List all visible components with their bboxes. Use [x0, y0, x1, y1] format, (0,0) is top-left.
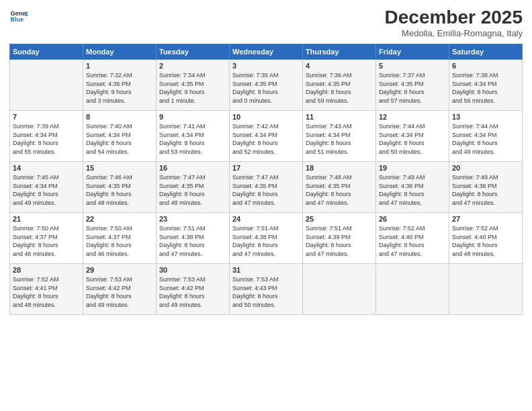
col-header-tuesday: Tuesday [157, 44, 230, 60]
day-number: 5 [379, 62, 446, 70]
cell-details: Sunrise: 7:52 AMSunset: 4:41 PMDaylight:… [13, 275, 80, 309]
cell-details: Sunrise: 7:40 AMSunset: 4:34 PMDaylight:… [86, 122, 153, 156]
calendar-cell: 1Sunrise: 7:32 AMSunset: 4:36 PMDaylight… [83, 60, 157, 111]
calendar-cell: 23Sunrise: 7:51 AMSunset: 4:38 PMDayligh… [157, 213, 230, 264]
calendar-cell: 14Sunrise: 7:45 AMSunset: 4:34 PMDayligh… [10, 162, 83, 213]
cell-details: Sunrise: 7:32 AMSunset: 4:36 PMDaylight:… [86, 71, 153, 105]
calendar-cell: 12Sunrise: 7:44 AMSunset: 4:34 PMDayligh… [376, 111, 449, 162]
cell-details: Sunrise: 7:39 AMSunset: 4:34 PMDaylight:… [13, 122, 80, 156]
day-number: 10 [232, 113, 300, 121]
calendar-cell: 8Sunrise: 7:40 AMSunset: 4:34 PMDaylight… [83, 111, 157, 162]
cell-details: Sunrise: 7:53 AMSunset: 4:42 PMDaylight:… [86, 275, 153, 309]
week-row-4: 28Sunrise: 7:52 AMSunset: 4:41 PMDayligh… [10, 264, 523, 315]
calendar-cell: 27Sunrise: 7:52 AMSunset: 4:40 PMDayligh… [449, 213, 523, 264]
cell-details: Sunrise: 7:44 AMSunset: 4:34 PMDaylight:… [379, 122, 446, 156]
cell-details: Sunrise: 7:42 AMSunset: 4:34 PMDaylight:… [232, 122, 300, 156]
calendar-cell [449, 264, 523, 315]
cell-details: Sunrise: 7:36 AMSunset: 4:35 PMDaylight:… [306, 71, 373, 105]
week-row-1: 7Sunrise: 7:39 AMSunset: 4:34 PMDaylight… [10, 111, 523, 162]
logo-icon: General Blue [9, 7, 28, 26]
cell-details: Sunrise: 7:53 AMSunset: 4:43 PMDaylight:… [232, 275, 300, 309]
calendar-cell: 26Sunrise: 7:52 AMSunset: 4:40 PMDayligh… [376, 213, 449, 264]
day-number: 15 [86, 164, 153, 172]
logo: General Blue [9, 7, 28, 26]
header: General Blue December 2025 Medolla, Emil… [9, 7, 523, 38]
day-number: 2 [159, 62, 226, 70]
calendar-cell: 9Sunrise: 7:41 AMSunset: 4:34 PMDaylight… [157, 111, 230, 162]
day-number: 8 [86, 113, 153, 121]
cell-details: Sunrise: 7:47 AMSunset: 4:35 PMDaylight:… [232, 173, 300, 207]
calendar-cell: 15Sunrise: 7:46 AMSunset: 4:35 PMDayligh… [83, 162, 157, 213]
calendar-cell: 30Sunrise: 7:53 AMSunset: 4:42 PMDayligh… [157, 264, 230, 315]
subtitle: Medolla, Emilia-Romagna, Italy [385, 28, 523, 38]
calendar-cell: 19Sunrise: 7:49 AMSunset: 4:36 PMDayligh… [376, 162, 449, 213]
col-header-monday: Monday [83, 44, 157, 60]
title-block: December 2025 Medolla, Emilia-Romagna, I… [385, 7, 523, 38]
month-title: December 2025 [385, 7, 523, 28]
calendar-cell: 10Sunrise: 7:42 AMSunset: 4:34 PMDayligh… [230, 111, 303, 162]
week-row-2: 14Sunrise: 7:45 AMSunset: 4:34 PMDayligh… [10, 162, 523, 213]
calendar-cell [303, 264, 376, 315]
day-number: 20 [452, 164, 519, 172]
day-number: 4 [306, 62, 373, 70]
calendar-cell: 18Sunrise: 7:48 AMSunset: 4:35 PMDayligh… [303, 162, 376, 213]
cell-details: Sunrise: 7:44 AMSunset: 4:34 PMDaylight:… [452, 122, 519, 156]
day-number: 6 [452, 62, 519, 70]
day-number: 9 [159, 113, 226, 121]
day-number: 22 [86, 215, 153, 223]
cell-details: Sunrise: 7:53 AMSunset: 4:42 PMDaylight:… [159, 275, 226, 309]
day-number: 1 [86, 62, 153, 70]
cell-details: Sunrise: 7:35 AMSunset: 4:35 PMDaylight:… [232, 71, 300, 105]
cell-details: Sunrise: 7:37 AMSunset: 4:35 PMDaylight:… [379, 71, 446, 105]
calendar-cell: 22Sunrise: 7:50 AMSunset: 4:37 PMDayligh… [83, 213, 157, 264]
calendar-cell: 29Sunrise: 7:53 AMSunset: 4:42 PMDayligh… [83, 264, 157, 315]
cell-details: Sunrise: 7:49 AMSunset: 4:36 PMDaylight:… [452, 173, 519, 207]
week-row-0: 1Sunrise: 7:32 AMSunset: 4:36 PMDaylight… [10, 60, 523, 111]
calendar-cell: 20Sunrise: 7:49 AMSunset: 4:36 PMDayligh… [449, 162, 523, 213]
day-number: 19 [379, 164, 446, 172]
day-number: 13 [452, 113, 519, 121]
cell-details: Sunrise: 7:52 AMSunset: 4:40 PMDaylight:… [452, 224, 519, 258]
col-header-friday: Friday [376, 44, 449, 60]
col-header-saturday: Saturday [449, 44, 523, 60]
cell-details: Sunrise: 7:48 AMSunset: 4:35 PMDaylight:… [306, 173, 373, 207]
cell-details: Sunrise: 7:51 AMSunset: 4:39 PMDaylight:… [306, 224, 373, 258]
day-number: 3 [232, 62, 300, 70]
cell-details: Sunrise: 7:50 AMSunset: 4:37 PMDaylight:… [86, 224, 153, 258]
day-number: 24 [232, 215, 300, 223]
cell-details: Sunrise: 7:49 AMSunset: 4:36 PMDaylight:… [379, 173, 446, 207]
day-number: 7 [13, 113, 80, 121]
calendar-cell [376, 264, 449, 315]
cell-details: Sunrise: 7:38 AMSunset: 4:34 PMDaylight:… [452, 71, 519, 105]
cell-details: Sunrise: 7:45 AMSunset: 4:34 PMDaylight:… [13, 173, 80, 207]
cell-details: Sunrise: 7:34 AMSunset: 4:35 PMDaylight:… [159, 71, 226, 105]
cell-details: Sunrise: 7:41 AMSunset: 4:34 PMDaylight:… [159, 122, 226, 156]
header-row: SundayMondayTuesdayWednesdayThursdayFrid… [10, 44, 523, 60]
calendar-cell: 25Sunrise: 7:51 AMSunset: 4:39 PMDayligh… [303, 213, 376, 264]
calendar-cell: 11Sunrise: 7:43 AMSunset: 4:34 PMDayligh… [303, 111, 376, 162]
cell-details: Sunrise: 7:51 AMSunset: 4:38 PMDaylight:… [159, 224, 226, 258]
day-number: 18 [306, 164, 373, 172]
day-number: 23 [159, 215, 226, 223]
day-number: 12 [379, 113, 446, 121]
calendar-cell: 17Sunrise: 7:47 AMSunset: 4:35 PMDayligh… [230, 162, 303, 213]
col-header-sunday: Sunday [10, 44, 83, 60]
calendar-cell: 4Sunrise: 7:36 AMSunset: 4:35 PMDaylight… [303, 60, 376, 111]
cell-details: Sunrise: 7:47 AMSunset: 4:35 PMDaylight:… [159, 173, 226, 207]
calendar-cell: 28Sunrise: 7:52 AMSunset: 4:41 PMDayligh… [10, 264, 83, 315]
day-number: 25 [306, 215, 373, 223]
cell-details: Sunrise: 7:50 AMSunset: 4:37 PMDaylight:… [13, 224, 80, 258]
day-number: 14 [13, 164, 80, 172]
day-number: 17 [232, 164, 300, 172]
day-number: 27 [452, 215, 519, 223]
calendar-cell: 16Sunrise: 7:47 AMSunset: 4:35 PMDayligh… [157, 162, 230, 213]
calendar-cell: 3Sunrise: 7:35 AMSunset: 4:35 PMDaylight… [230, 60, 303, 111]
cell-details: Sunrise: 7:46 AMSunset: 4:35 PMDaylight:… [86, 173, 153, 207]
day-number: 16 [159, 164, 226, 172]
cell-details: Sunrise: 7:52 AMSunset: 4:40 PMDaylight:… [379, 224, 446, 258]
calendar-cell: 24Sunrise: 7:51 AMSunset: 4:38 PMDayligh… [230, 213, 303, 264]
calendar-cell: 7Sunrise: 7:39 AMSunset: 4:34 PMDaylight… [10, 111, 83, 162]
day-number: 30 [159, 266, 226, 274]
day-number: 26 [379, 215, 446, 223]
cell-details: Sunrise: 7:51 AMSunset: 4:38 PMDaylight:… [232, 224, 300, 258]
